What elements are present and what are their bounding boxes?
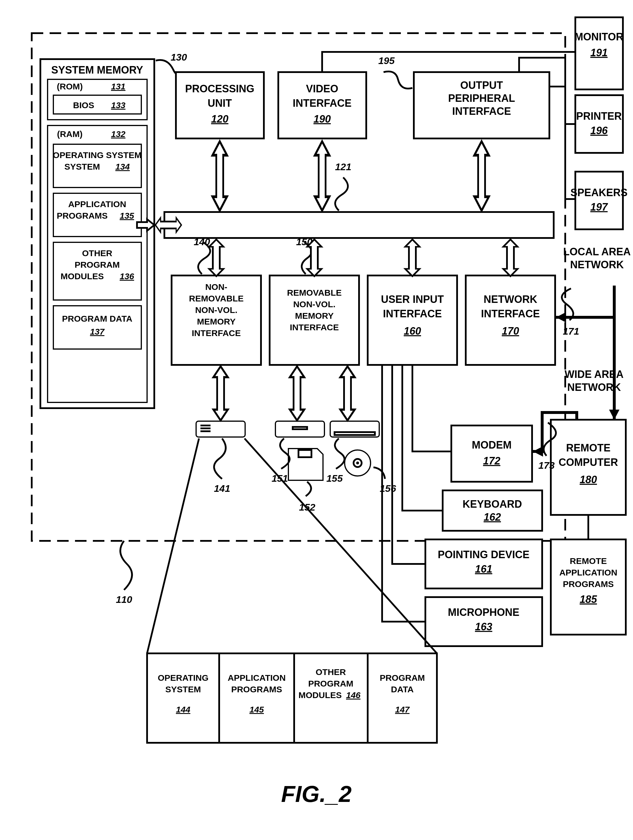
lan-label-2: NETWORK: [570, 259, 624, 271]
svg-text:REMOVABLE: REMOVABLE: [189, 294, 243, 303]
printer-box: PRINTER 196: [575, 95, 623, 153]
svg-rect-74: [451, 425, 532, 482]
svg-text:185: 185: [580, 594, 597, 605]
svg-text:155: 155: [327, 473, 343, 484]
svg-text:NON-: NON-: [205, 282, 227, 292]
svg-rect-50: [575, 172, 623, 229]
svg-text:SYSTEM MEMORY: SYSTEM MEMORY: [51, 64, 143, 76]
svg-text:COMPUTER: COMPUTER: [559, 456, 618, 468]
svg-text:132: 132: [111, 129, 125, 139]
svg-text:MODULES: MODULES: [298, 690, 342, 700]
svg-text:121: 121: [335, 161, 352, 172]
svg-text:(RAM): (RAM): [57, 129, 82, 139]
svg-text:VIDEO: VIDEO: [306, 83, 338, 95]
svg-text:INTERFACE: INTERFACE: [192, 328, 241, 338]
svg-text:141: 141: [214, 483, 230, 494]
svg-text:137: 137: [90, 327, 105, 336]
svg-text:190: 190: [314, 113, 331, 125]
svg-rect-47: [575, 95, 623, 153]
svg-text:KEYBOARD: KEYBOARD: [463, 498, 522, 510]
svg-text:170: 170: [502, 325, 519, 337]
svg-text:PROGRAM: PROGRAM: [308, 679, 354, 688]
svg-text:OTHER: OTHER: [316, 667, 346, 677]
svg-text:PROCESSING: PROCESSING: [185, 83, 254, 95]
svg-text:SYSTEM: SYSTEM: [165, 685, 201, 694]
svg-text:APPLICATION: APPLICATION: [68, 199, 126, 209]
svg-text:PROGRAM: PROGRAM: [380, 673, 425, 682]
svg-text:APPLICATION: APPLICATION: [227, 673, 286, 682]
svg-text:BIOS: BIOS: [73, 100, 94, 110]
diagram-root: 110 SYSTEM MEMORY (ROM) 131 BIOS 133 (RA…: [0, 0, 633, 840]
svg-text:OUTPUT: OUTPUT: [460, 79, 503, 91]
svg-text:160: 160: [404, 325, 421, 337]
svg-text:INTERFACE: INTERFACE: [290, 322, 339, 332]
user-input-interface: USER INPUT INTERFACE 160: [368, 275, 457, 365]
svg-text:USER INPUT: USER INPUT: [381, 294, 444, 305]
remote-computer-box: REMOTE COMPUTER 180: [551, 420, 626, 515]
svg-text:162: 162: [484, 511, 501, 523]
processing-unit: PROCESSING UNIT 120: [176, 72, 264, 139]
svg-text:MEMORY: MEMORY: [295, 311, 334, 321]
svg-text:OPERATING: OPERATING: [158, 673, 208, 682]
svg-text:MEMORY: MEMORY: [197, 317, 235, 326]
svg-text:PROGRAMS: PROGRAMS: [563, 579, 614, 589]
svg-text:SYSTEM: SYSTEM: [64, 162, 100, 171]
svg-text:140: 140: [194, 236, 210, 247]
svg-text:197: 197: [590, 201, 608, 213]
modem-box: MODEM 172: [451, 425, 532, 482]
pointing-box: POINTING DEVICE 161: [425, 539, 542, 589]
svg-text:INTERFACE: INTERFACE: [293, 97, 352, 109]
svg-marker-139: [609, 410, 619, 420]
svg-text:196: 196: [590, 125, 608, 136]
network-interface: NETWORK INTERFACE 170: [466, 275, 555, 365]
video-interface: VIDEO INTERFACE 190: [278, 72, 366, 139]
svg-text:180: 180: [580, 474, 597, 485]
svg-text:DATA: DATA: [391, 685, 414, 694]
svg-point-110: [356, 461, 359, 464]
svg-text:NON-VOL.: NON-VOL.: [293, 299, 336, 309]
lan-label-1: LOCAL AREA: [563, 246, 631, 257]
svg-text:UNIT: UNIT: [208, 97, 232, 109]
svg-text:145: 145: [249, 705, 264, 714]
microphone-box: MICROPHONE 163: [425, 597, 542, 646]
svg-text:136: 136: [120, 272, 134, 281]
svg-text:POINTING DEVICE: POINTING DEVICE: [438, 549, 529, 561]
svg-line-130: [147, 439, 199, 654]
svg-text:161: 161: [475, 563, 492, 575]
svg-text:173: 173: [538, 460, 555, 471]
svg-text:REMOTE: REMOTE: [570, 556, 607, 566]
svg-text:INTERFACE: INTERFACE: [452, 105, 511, 117]
svg-text:MONITOR: MONITOR: [575, 31, 623, 43]
svg-text:163: 163: [475, 621, 492, 633]
svg-text:MICROPHONE: MICROPHONE: [448, 606, 519, 618]
svg-text:NON-VOL.: NON-VOL.: [195, 305, 238, 315]
svg-text:OPERATING SYSTEM: OPERATING SYSTEM: [53, 150, 142, 160]
svg-text:PRINTER: PRINTER: [576, 110, 622, 122]
svg-text:133: 133: [111, 100, 125, 110]
output-peripheral-interface: OUTPUT PERIPHERAL INTERFACE 195 195: [378, 55, 549, 139]
speakers-box: SPEAKERS 197: [570, 172, 628, 229]
svg-rect-28: [164, 212, 554, 238]
svg-text:APPLICATION: APPLICATION: [559, 568, 617, 577]
svg-text:172: 172: [483, 455, 500, 467]
leader-110: [120, 541, 132, 590]
svg-marker-140: [556, 312, 566, 322]
svg-text:MODULES: MODULES: [60, 272, 104, 281]
hdd-icon: 141: [196, 421, 245, 494]
svg-text:INTERFACE: INTERFACE: [383, 308, 442, 320]
svg-rect-70: [466, 275, 555, 365]
svg-text:PERIPHERAL: PERIPHERAL: [448, 92, 515, 104]
svg-text:130: 130: [171, 52, 187, 63]
monitor-box: MONITOR 191: [575, 17, 623, 89]
svg-text:INTERFACE: INTERFACE: [481, 308, 540, 320]
optical-drive-icon: 155 156: [327, 421, 396, 494]
svg-text:OTHER: OTHER: [82, 248, 112, 258]
svg-text:PROGRAM: PROGRAM: [75, 260, 120, 269]
svg-text:131: 131: [111, 82, 125, 91]
svg-text:MODEM: MODEM: [472, 439, 511, 451]
remote-apps-box: REMOTE APPLICATION PROGRAMS 185: [551, 539, 626, 635]
keyboard-box: KEYBOARD 162: [443, 490, 542, 531]
svg-text:147: 147: [395, 705, 410, 714]
svg-text:REMOTE: REMOTE: [566, 442, 611, 454]
svg-text:(ROM): (ROM): [57, 82, 83, 91]
